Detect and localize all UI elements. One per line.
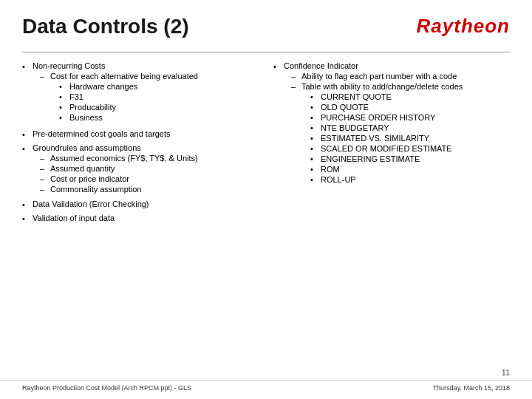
code-item-0: • CURRENT QUOTE [310, 92, 463, 101]
hardware-item: • Hardware changes [59, 82, 198, 91]
small-bullet-r9: • [310, 175, 318, 184]
small-bullet-r3: • [310, 113, 318, 122]
slide-title: Data Controls (2) [22, 15, 189, 38]
bullet-dot-1: • [22, 62, 30, 71]
dash-r2: – [291, 82, 299, 91]
header: Data Controls (2) Raytheon [22, 15, 510, 38]
code-item-5: • SCALED OR MODIFIED ESTIMATE [310, 144, 463, 153]
bullet-text-r1: Confidence Indicator – Ability to flag e… [284, 61, 510, 187]
slide: Data Controls (2) Raytheon • Non-recurri… [0, 0, 532, 399]
small-bullet-r4: • [310, 123, 318, 132]
small-bullet-1: • [59, 82, 66, 91]
sub-sub-list: • Hardware changes • F31 • [59, 82, 198, 122]
footer-right: Thursday, March 15, 2018 [433, 384, 510, 392]
small-bullet-r5: • [310, 134, 318, 143]
bullet-text-1: Non-recurring Costs – Cost for each alte… [33, 61, 259, 125]
confidence-sub-1: – Ability to flag each part number with … [291, 72, 510, 81]
small-bullet-r6: • [310, 144, 318, 153]
small-bullet-r1: • [310, 92, 318, 101]
small-bullet-2: • [59, 92, 66, 101]
main-content: • Non-recurring Costs – Cost for each al… [22, 61, 510, 228]
footer: Raytheon Production Cost Model (Arch RPC… [0, 380, 532, 392]
dash-2: – [40, 154, 47, 163]
small-bullet-4: • [59, 113, 66, 122]
right-column: • Confidence Indicator – Ability to flag… [273, 61, 510, 228]
sub-cost-item: – Cost for each alternative being evalua… [40, 72, 259, 123]
bullet-dot-3: • [22, 144, 30, 153]
bullet-non-recurring: • Non-recurring Costs – Cost for each al… [22, 61, 259, 125]
code-item-7: • ROM [310, 165, 463, 174]
small-bullet-r2: • [310, 103, 318, 112]
dash-1: – [40, 72, 47, 81]
producability-item: • Producability [59, 103, 198, 112]
groundrules-sub-1: – Assumed economics (FY$, TY$, & Units) [40, 154, 259, 163]
code-item-4: • ESTIMATED VS. SIMILARITY [310, 134, 463, 143]
bullet-dot-5: • [22, 214, 30, 223]
code-item-2: • PURCHASE ORDER HISTORY [310, 113, 463, 122]
bullet-data-validation: • Data Validation (Error Checking) [22, 200, 259, 209]
page-number: 11 [502, 369, 510, 377]
small-bullet-r7: • [310, 154, 318, 163]
dash-4: – [40, 174, 47, 183]
bullet-confidence: • Confidence Indicator – Ability to flag… [273, 61, 510, 187]
divider [22, 52, 510, 52]
confidence-sub-2: – Table with ability to add/change/delet… [291, 82, 510, 185]
bullet-text-3: Groundrules and assumptions – Assumed ec… [33, 143, 259, 195]
code-item-1: • OLD QUOTE [310, 103, 463, 112]
groundrules-sub-4: – Commonality assumption [40, 185, 259, 194]
left-column: • Non-recurring Costs – Cost for each al… [22, 61, 259, 228]
raytheon-logo: Raytheon [417, 15, 510, 38]
confidence-sub-list: – Ability to flag each part number with … [291, 72, 510, 185]
sub-list-1: – Cost for each alternative being evalua… [40, 72, 259, 123]
groundrules-sub-2: – Assumed quantity [40, 164, 259, 173]
bullet-validation-input: • Validation of input data [22, 214, 259, 223]
code-item-6: • ENGINEERING ESTIMATE [310, 154, 463, 163]
code-item-8: • ROLL-UP [310, 175, 463, 184]
footer-left: Raytheon Production Cost Model (Arch RPC… [22, 384, 191, 392]
dash-3: – [40, 164, 47, 173]
dash-r1: – [291, 72, 299, 81]
groundrules-sub-list: – Assumed economics (FY$, TY$, & Units) … [40, 154, 259, 194]
small-bullet-r8: • [310, 165, 318, 174]
business-item: • Business [59, 113, 198, 122]
dash-5: – [40, 185, 47, 194]
bullet-predetermined: • Pre-determined cost goals and targets [22, 129, 259, 139]
small-bullet-3: • [59, 103, 66, 112]
groundrules-sub-3: – Cost or price indicator [40, 174, 259, 183]
bullet-dot-r1: • [273, 62, 281, 71]
f31-item: • F31 [59, 92, 198, 101]
bullet-groundrules: • Groundrules and assumptions – Assumed … [22, 143, 259, 195]
bullet-dot-4: • [22, 200, 30, 209]
codes-list: • CURRENT QUOTE • OLD QUOTE • [310, 92, 463, 184]
bullet-dot-2: • [22, 130, 30, 139]
code-item-3: • NTE BUDGETARY [310, 123, 463, 132]
